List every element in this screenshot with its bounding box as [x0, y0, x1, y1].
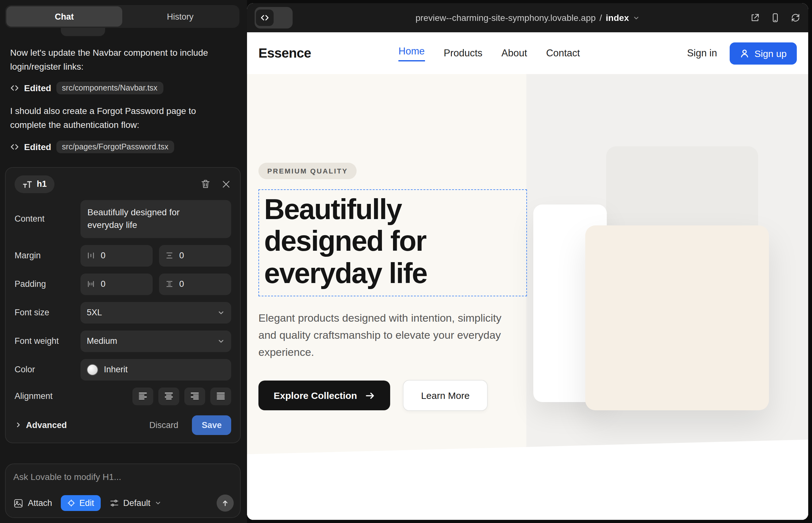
font-size-label: Font size — [15, 308, 81, 318]
code-icon — [10, 84, 19, 93]
site-preview: Essence Home Products About Contact Sign… — [247, 32, 808, 520]
hero-section: PREMIUM QUALITY Beautifully designed for… — [247, 74, 808, 520]
edited-label: Edited — [24, 142, 51, 152]
nav-link-about[interactable]: About — [501, 48, 527, 59]
font-size-value: 5XL — [87, 308, 102, 318]
site-nav-right: Sign in Sign up — [687, 42, 797, 64]
url-separator: / — [600, 13, 602, 23]
chat-history-tabs: Chat History — [5, 5, 240, 28]
hero-cta-row: Explore Collection Learn More — [259, 380, 527, 411]
padding-horizontal-icon — [87, 280, 95, 288]
color-value: Inherit — [104, 365, 128, 375]
send-button[interactable] — [217, 494, 234, 511]
nav-link-products[interactable]: Products — [444, 48, 482, 59]
color-select[interactable]: Inherit — [81, 359, 231, 381]
edited-file-row: Edited src/components/Navbar.tsx — [10, 82, 236, 95]
nav-link-home[interactable]: Home — [399, 45, 425, 61]
align-justify-button[interactable] — [210, 387, 231, 405]
close-editor-button[interactable] — [221, 179, 231, 189]
mobile-view-button[interactable] — [770, 13, 780, 23]
margin-y-value: 0 — [179, 251, 184, 260]
learn-more-button[interactable]: Learn More — [403, 380, 488, 411]
color-swatch — [87, 364, 98, 376]
padding-y-input[interactable]: 0 — [159, 273, 231, 295]
sign-in-link[interactable]: Sign in — [687, 48, 717, 59]
tab-chat[interactable]: Chat — [6, 6, 122, 26]
element-editor-panel: h1 Content Beautifully designed fo — [5, 167, 241, 443]
sign-up-label: Sign up — [754, 48, 787, 58]
align-center-button[interactable] — [158, 387, 179, 405]
arrow-up-icon — [221, 499, 229, 507]
content-input[interactable]: Beautifully designed for everyday life — [81, 200, 231, 238]
alignment-label: Alignment — [15, 392, 81, 401]
discard-button[interactable]: Discard — [145, 420, 182, 431]
model-selector[interactable]: Default — [109, 498, 162, 508]
padding-x-input[interactable]: 0 — [81, 273, 153, 295]
font-size-select[interactable]: 5XL — [81, 302, 231, 324]
selected-element-pill[interactable]: h1 — [15, 175, 54, 193]
arrow-right-icon — [365, 390, 375, 400]
margin-y-input[interactable]: 0 — [159, 245, 231, 267]
url-bar: preview--charming-site-symphony.lovable.… — [247, 13, 808, 23]
attach-label: Attach — [28, 498, 52, 508]
element-tag-label: h1 — [37, 180, 47, 189]
code-view-toggle[interactable] — [254, 7, 293, 29]
text-size-icon — [22, 179, 32, 189]
sliders-icon — [109, 498, 119, 508]
close-icon — [221, 179, 231, 189]
site-logo[interactable]: Essence — [259, 46, 311, 61]
composer-placeholder[interactable]: Ask Lovable to modify H1... — [13, 472, 232, 482]
model-label: Default — [123, 498, 151, 508]
font-weight-label: Font weight — [15, 337, 81, 346]
open-external-button[interactable] — [750, 13, 760, 23]
font-size-row: Font size 5XL — [15, 302, 231, 324]
hero-content: PREMIUM QUALITY Beautifully designed for… — [259, 163, 527, 411]
align-left-button[interactable] — [133, 387, 153, 405]
align-right-button[interactable] — [184, 387, 205, 405]
truncated-chip — [61, 28, 105, 36]
hero-heading[interactable]: Beautifully designed for everyday life — [264, 194, 479, 289]
edit-mode-button[interactable]: Edit — [61, 495, 101, 511]
chevron-right-icon — [15, 421, 22, 429]
edited-label: Edited — [24, 83, 51, 93]
explore-collection-button[interactable]: Explore Collection — [259, 381, 390, 410]
advanced-toggle[interactable]: Advanced — [15, 420, 67, 430]
code-segment[interactable] — [256, 10, 273, 26]
margin-horizontal-icon — [87, 252, 95, 260]
font-weight-value: Medium — [87, 337, 117, 346]
delete-element-button[interactable] — [200, 179, 211, 190]
nav-link-contact[interactable]: Contact — [546, 48, 580, 59]
preview-toolbar: preview--charming-site-symphony.lovable.… — [247, 3, 808, 32]
padding-row: Padding 0 0 — [15, 273, 231, 295]
margin-x-value: 0 — [101, 251, 105, 260]
save-button[interactable]: Save — [192, 415, 231, 435]
attach-button[interactable]: Attach — [13, 498, 52, 508]
margin-vertical-icon — [165, 252, 174, 260]
code-icon — [260, 13, 269, 22]
margin-x-input[interactable]: 0 — [81, 245, 153, 267]
edit-mode-label: Edit — [80, 498, 94, 508]
editor-header: h1 — [15, 175, 231, 193]
padding-y-value: 0 — [179, 279, 184, 289]
chevron-down-icon — [155, 500, 162, 507]
composer-toolbar: Attach Edit Default — [13, 494, 234, 511]
premium-quality-badge: PREMIUM QUALITY — [259, 163, 357, 179]
padding-vertical-icon — [165, 280, 174, 288]
chat-composer[interactable]: Ask Lovable to modify H1... Attach Edit — [5, 464, 241, 518]
preview-actions — [750, 13, 800, 23]
font-weight-select[interactable]: Medium — [81, 330, 231, 352]
url-path[interactable]: index — [606, 13, 629, 23]
sign-up-button[interactable]: Sign up — [730, 42, 797, 64]
tab-history[interactable]: History — [122, 6, 238, 26]
refresh-button[interactable] — [791, 13, 800, 23]
selected-element-outline[interactable]: Beautifully designed for everyday life — [259, 189, 527, 296]
image-icon — [13, 498, 23, 508]
edited-file-chip[interactable]: src/components/Navbar.tsx — [56, 82, 163, 95]
chevron-down-icon — [217, 309, 225, 317]
explore-collection-label: Explore Collection — [273, 390, 357, 401]
align-center-icon — [164, 392, 174, 401]
code-icon — [10, 142, 19, 151]
decorative-card-beige — [585, 226, 769, 410]
edited-file-chip[interactable]: src/pages/ForgotPassword.tsx — [56, 141, 174, 153]
advanced-label: Advanced — [26, 420, 67, 430]
